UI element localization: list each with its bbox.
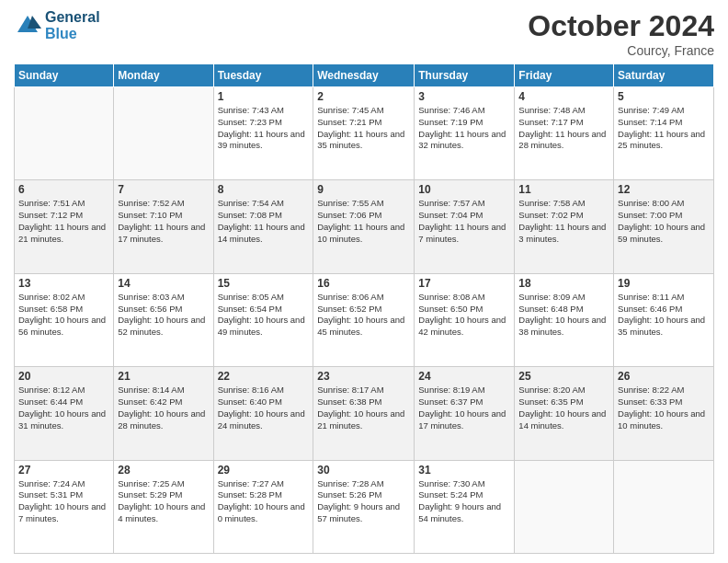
calendar-cell: 14Sunrise: 8:03 AM Sunset: 6:56 PM Dayli… xyxy=(114,273,213,366)
calendar-cell: 9Sunrise: 7:55 AM Sunset: 7:06 PM Daylig… xyxy=(313,180,415,273)
day-number: 6 xyxy=(18,183,109,196)
calendar-cell: 21Sunrise: 8:14 AM Sunset: 6:42 PM Dayli… xyxy=(114,367,213,460)
day-number: 22 xyxy=(218,370,310,383)
day-number: 29 xyxy=(218,464,310,477)
day-number: 1 xyxy=(218,90,310,103)
page: General Blue October 2024 Courcy, France… xyxy=(0,0,728,563)
location: Courcy, France xyxy=(528,43,714,58)
weekday-header-thursday: Thursday xyxy=(415,64,515,87)
logo: General Blue xyxy=(14,9,100,42)
calendar-cell: 7Sunrise: 7:52 AM Sunset: 7:10 PM Daylig… xyxy=(114,180,213,273)
day-info: Sunrise: 8:03 AM Sunset: 6:56 PM Dayligh… xyxy=(118,292,209,339)
calendar-cell xyxy=(15,87,114,180)
calendar-cell: 4Sunrise: 7:48 AM Sunset: 7:17 PM Daylig… xyxy=(515,87,614,180)
day-info: Sunrise: 7:43 AM Sunset: 7:23 PM Dayligh… xyxy=(218,105,310,152)
day-info: Sunrise: 8:22 AM Sunset: 6:33 PM Dayligh… xyxy=(618,385,710,431)
calendar-cell: 2Sunrise: 7:45 AM Sunset: 7:21 PM Daylig… xyxy=(313,87,415,180)
day-number: 27 xyxy=(18,464,109,477)
logo-icon xyxy=(14,12,41,40)
day-number: 11 xyxy=(518,183,609,196)
weekday-header-wednesday: Wednesday xyxy=(313,64,415,87)
calendar-cell: 20Sunrise: 8:12 AM Sunset: 6:44 PM Dayli… xyxy=(15,367,114,460)
day-info: Sunrise: 7:55 AM Sunset: 7:06 PM Dayligh… xyxy=(317,198,410,245)
day-info: Sunrise: 7:54 AM Sunset: 7:08 PM Dayligh… xyxy=(218,198,310,245)
weekday-header-saturday: Saturday xyxy=(614,64,714,87)
calendar-cell: 31Sunrise: 7:30 AM Sunset: 5:24 PM Dayli… xyxy=(415,460,515,553)
day-info: Sunrise: 7:28 AM Sunset: 5:26 PM Dayligh… xyxy=(317,478,410,525)
calendar-cell: 10Sunrise: 7:57 AM Sunset: 7:04 PM Dayli… xyxy=(415,180,515,273)
day-info: Sunrise: 7:52 AM Sunset: 7:10 PM Dayligh… xyxy=(118,198,209,245)
day-number: 13 xyxy=(18,277,109,290)
day-number: 4 xyxy=(518,90,609,103)
weekday-header-monday: Monday xyxy=(114,64,213,87)
day-info: Sunrise: 7:24 AM Sunset: 5:31 PM Dayligh… xyxy=(18,478,109,525)
calendar-cell: 3Sunrise: 7:46 AM Sunset: 7:19 PM Daylig… xyxy=(415,87,515,180)
calendar-cell: 28Sunrise: 7:25 AM Sunset: 5:29 PM Dayli… xyxy=(114,460,213,553)
day-info: Sunrise: 8:05 AM Sunset: 6:54 PM Dayligh… xyxy=(218,292,310,339)
day-info: Sunrise: 8:17 AM Sunset: 6:38 PM Dayligh… xyxy=(317,385,410,431)
calendar-week-1: 1Sunrise: 7:43 AM Sunset: 7:23 PM Daylig… xyxy=(15,87,714,180)
day-info: Sunrise: 8:12 AM Sunset: 6:44 PM Dayligh… xyxy=(18,385,109,431)
day-info: Sunrise: 7:27 AM Sunset: 5:28 PM Dayligh… xyxy=(218,478,310,525)
calendar-cell: 12Sunrise: 8:00 AM Sunset: 7:00 PM Dayli… xyxy=(614,180,714,273)
calendar-cell: 30Sunrise: 7:28 AM Sunset: 5:26 PM Dayli… xyxy=(313,460,415,553)
day-number: 10 xyxy=(418,183,510,196)
calendar: SundayMondayTuesdayWednesdayThursdayFrid… xyxy=(14,63,714,554)
weekday-header-sunday: Sunday xyxy=(15,64,114,87)
day-number: 14 xyxy=(118,277,209,290)
day-number: 28 xyxy=(118,464,209,477)
day-number: 20 xyxy=(18,370,109,383)
day-info: Sunrise: 8:08 AM Sunset: 6:50 PM Dayligh… xyxy=(418,292,510,339)
day-info: Sunrise: 7:46 AM Sunset: 7:19 PM Dayligh… xyxy=(418,105,510,152)
day-number: 9 xyxy=(317,183,410,196)
day-info: Sunrise: 7:25 AM Sunset: 5:29 PM Dayligh… xyxy=(118,478,209,525)
calendar-cell: 26Sunrise: 8:22 AM Sunset: 6:33 PM Dayli… xyxy=(614,367,714,460)
calendar-week-2: 6Sunrise: 7:51 AM Sunset: 7:12 PM Daylig… xyxy=(15,180,714,273)
day-info: Sunrise: 7:48 AM Sunset: 7:17 PM Dayligh… xyxy=(518,105,609,152)
day-number: 12 xyxy=(618,183,710,196)
weekday-header-tuesday: Tuesday xyxy=(213,64,313,87)
day-info: Sunrise: 7:58 AM Sunset: 7:02 PM Dayligh… xyxy=(518,198,609,245)
day-number: 3 xyxy=(418,90,510,103)
calendar-week-5: 27Sunrise: 7:24 AM Sunset: 5:31 PM Dayli… xyxy=(15,460,714,553)
calendar-cell: 17Sunrise: 8:08 AM Sunset: 6:50 PM Dayli… xyxy=(415,273,515,366)
day-number: 2 xyxy=(317,90,410,103)
weekday-header-friday: Friday xyxy=(515,64,614,87)
day-number: 25 xyxy=(518,370,609,383)
day-info: Sunrise: 8:02 AM Sunset: 6:58 PM Dayligh… xyxy=(18,292,109,339)
day-info: Sunrise: 8:16 AM Sunset: 6:40 PM Dayligh… xyxy=(218,385,310,431)
month-title: October 2024 xyxy=(528,9,714,43)
calendar-cell: 16Sunrise: 8:06 AM Sunset: 6:52 PM Dayli… xyxy=(313,273,415,366)
day-number: 26 xyxy=(618,370,710,383)
day-number: 8 xyxy=(218,183,310,196)
title-block: October 2024 Courcy, France xyxy=(528,9,714,58)
calendar-cell: 15Sunrise: 8:05 AM Sunset: 6:54 PM Dayli… xyxy=(213,273,313,366)
calendar-cell: 6Sunrise: 7:51 AM Sunset: 7:12 PM Daylig… xyxy=(15,180,114,273)
calendar-cell: 1Sunrise: 7:43 AM Sunset: 7:23 PM Daylig… xyxy=(213,87,313,180)
calendar-cell: 29Sunrise: 7:27 AM Sunset: 5:28 PM Dayli… xyxy=(213,460,313,553)
calendar-cell: 25Sunrise: 8:20 AM Sunset: 6:35 PM Dayli… xyxy=(515,367,614,460)
calendar-cell: 27Sunrise: 7:24 AM Sunset: 5:31 PM Dayli… xyxy=(15,460,114,553)
day-info: Sunrise: 8:14 AM Sunset: 6:42 PM Dayligh… xyxy=(118,385,209,431)
calendar-cell: 23Sunrise: 8:17 AM Sunset: 6:38 PM Dayli… xyxy=(313,367,415,460)
day-info: Sunrise: 7:57 AM Sunset: 7:04 PM Dayligh… xyxy=(418,198,510,245)
day-number: 31 xyxy=(418,464,510,477)
calendar-cell xyxy=(515,460,614,553)
day-info: Sunrise: 8:09 AM Sunset: 6:48 PM Dayligh… xyxy=(518,292,609,339)
logo-text: General Blue xyxy=(45,9,100,42)
day-info: Sunrise: 8:00 AM Sunset: 7:00 PM Dayligh… xyxy=(618,198,710,245)
day-number: 30 xyxy=(317,464,410,477)
day-info: Sunrise: 8:11 AM Sunset: 6:46 PM Dayligh… xyxy=(618,292,710,339)
header: General Blue October 2024 Courcy, France xyxy=(14,9,714,58)
calendar-cell: 18Sunrise: 8:09 AM Sunset: 6:48 PM Dayli… xyxy=(515,273,614,366)
day-number: 17 xyxy=(418,277,510,290)
day-number: 15 xyxy=(218,277,310,290)
calendar-cell: 8Sunrise: 7:54 AM Sunset: 7:08 PM Daylig… xyxy=(213,180,313,273)
day-info: Sunrise: 7:51 AM Sunset: 7:12 PM Dayligh… xyxy=(18,198,109,245)
day-info: Sunrise: 8:06 AM Sunset: 6:52 PM Dayligh… xyxy=(317,292,410,339)
day-number: 7 xyxy=(118,183,209,196)
day-info: Sunrise: 8:20 AM Sunset: 6:35 PM Dayligh… xyxy=(518,385,609,431)
calendar-week-4: 20Sunrise: 8:12 AM Sunset: 6:44 PM Dayli… xyxy=(15,367,714,460)
day-info: Sunrise: 7:45 AM Sunset: 7:21 PM Dayligh… xyxy=(317,105,410,152)
calendar-cell: 5Sunrise: 7:49 AM Sunset: 7:14 PM Daylig… xyxy=(614,87,714,180)
